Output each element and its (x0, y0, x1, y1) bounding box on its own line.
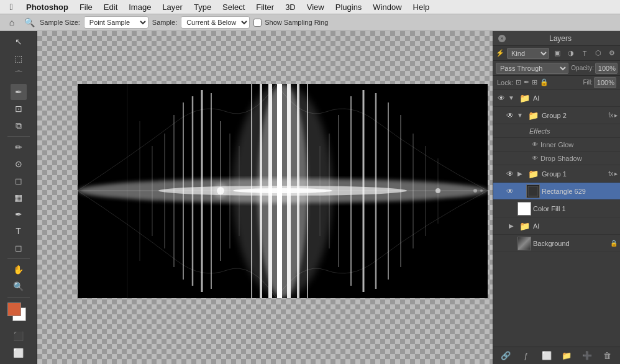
add-style-btn[interactable]: ƒ (520, 350, 532, 362)
layer-rect629[interactable]: 👁 ▶ Rectangle 629 (493, 183, 620, 200)
show-ring-checkbox[interactable] (253, 19, 262, 27)
visibility-toggle-rect629[interactable]: 👁 (504, 186, 516, 197)
opacity-group: Opacity: (571, 63, 618, 74)
menu-image[interactable]: Image (124, 1, 156, 13)
filter-type-btn[interactable]: T (579, 48, 590, 59)
gradient-tool[interactable]: ▦ (11, 189, 27, 206)
canvas-area[interactable] (37, 31, 493, 364)
type-tool[interactable]: T (11, 223, 27, 239)
foreground-color-swatch[interactable] (7, 303, 21, 316)
lock-paint-icon[interactable]: ✒ (524, 78, 529, 86)
sample-size-select[interactable]: Point Sample 3 by 3 Average 5 by 5 Avera… (84, 16, 148, 29)
new-layer-btn[interactable]: ➕ (581, 350, 593, 362)
expand-ai2[interactable]: ▶ (507, 222, 516, 230)
lasso-tool[interactable]: ⌒ (11, 67, 27, 83)
sample-select[interactable]: Current & Below All Layers Current Layer (181, 16, 250, 29)
menu-filter[interactable]: Filter (251, 1, 279, 13)
expand-group1[interactable]: ▶ (516, 170, 524, 178)
color-swatches[interactable] (7, 303, 30, 325)
menu-edit[interactable]: Edit (99, 1, 122, 13)
inner-glow-eye[interactable]: 👁 (532, 141, 538, 148)
hand-tool[interactable]: ✋ (11, 262, 27, 278)
layer-color-fill-1[interactable]: 👁 ▶ Color Fill 1 (493, 200, 620, 217)
lock-all-icon[interactable]: 🔒 (540, 78, 549, 86)
separator-2 (7, 258, 30, 259)
filter-label: ⚡ (496, 49, 504, 57)
sample-label: Sample: (152, 19, 177, 26)
sample-size-label: Sample Size: (40, 19, 80, 26)
filter-smart-btn[interactable]: ⚙ (606, 48, 618, 59)
menu-layer[interactable]: Layer (157, 1, 188, 13)
menu-photoshop[interactable]: Photoshop (21, 1, 73, 13)
delete-layer-btn[interactable]: 🗑 (601, 350, 614, 362)
layer-thumb-group2: 📁 (526, 109, 540, 122)
home-icon[interactable]: ⌂ (5, 16, 19, 29)
expand-ai[interactable]: ▼ (507, 94, 516, 102)
layer-ai-group[interactable]: 👁 ▼ 📁 AI (493, 89, 620, 107)
expand-group2[interactable]: ▼ (516, 111, 524, 120)
opacity-input[interactable] (595, 63, 618, 74)
layers-filter-row: ⚡ Kind ▣ ◑ T ⬡ ⚙ (493, 46, 620, 61)
eraser-tool[interactable]: ◻ (11, 173, 27, 189)
quick-mask-tool[interactable]: ⬛ (11, 328, 27, 344)
lock-artboard-icon[interactable]: ⊞ (532, 78, 537, 86)
show-ring-label[interactable]: Show Sampling Ring (253, 19, 328, 27)
menu-type[interactable]: Type (189, 1, 216, 13)
screen-mode-tool[interactable]: ⬜ (11, 345, 27, 361)
photoshop-canvas[interactable] (78, 84, 488, 298)
filter-kind-select[interactable]: Kind (507, 48, 549, 59)
transform-tool[interactable]: ⧉ (11, 117, 27, 134)
add-mask-btn[interactable]: ⬜ (540, 350, 553, 362)
new-group-btn[interactable]: 📁 (560, 350, 573, 362)
opacity-label: Opacity: (571, 65, 594, 71)
apple-menu[interactable]:  (5, 0, 17, 14)
menu-file[interactable]: File (75, 1, 98, 13)
layers-list[interactable]: 👁 ▼ 📁 AI 👁 ▼ 📁 Group 2 fx ▸ Effects 👁 (493, 89, 620, 347)
separator-1 (7, 136, 30, 137)
lock-position-icon[interactable]: ⊡ (516, 78, 521, 86)
fill-input[interactable] (594, 77, 616, 88)
pen-tool[interactable]: ✒ (11, 206, 27, 222)
brush-tool[interactable]: ✏ (11, 139, 27, 155)
eyedropper-icon[interactable]: 🔍 (22, 16, 36, 29)
blend-mode-select[interactable]: Pass Through Normal Multiply Screen (496, 63, 568, 74)
layer-ai-2[interactable]: 👁 ▶ 📁 AI (493, 217, 620, 235)
layer-background[interactable]: 👁 ▶ Background 🔒 (493, 235, 620, 252)
menu-window[interactable]: Window (368, 1, 406, 13)
layer-name-colorfill: Color Fill 1 (533, 205, 618, 212)
drop-shadow-eye[interactable]: 👁 (532, 155, 538, 162)
menu-select[interactable]: Select (217, 1, 250, 13)
visibility-toggle-group1[interactable]: 👁 (504, 168, 516, 180)
menu-help[interactable]: Help (408, 1, 435, 13)
layer-group2[interactable]: 👁 ▼ 📁 Group 2 fx ▸ (493, 107, 620, 124)
selection-tool[interactable]: ⬚ (11, 50, 27, 66)
layers-panel-title: Layers (549, 34, 572, 43)
zoom-tool[interactable]: 🔍 (11, 278, 27, 294)
move-tool[interactable]: ↖ (11, 34, 27, 50)
visibility-toggle-group2[interactable]: 👁 (504, 110, 516, 121)
layer-thumb-rect629 (526, 184, 540, 198)
menu-plugins[interactable]: Plugins (331, 1, 367, 13)
shape-tool[interactable]: ◻ (11, 240, 27, 256)
layer-thumb-ai: 📁 (517, 91, 531, 105)
layer-name-group2: Group 2 (542, 112, 607, 119)
layer-thumb-ai2: 📁 (517, 219, 531, 233)
eyedropper-tool[interactable]: ✒ (11, 84, 27, 100)
crop-tool[interactable]: ⊡ (11, 101, 27, 117)
layer-thumb-group1: 📁 (526, 167, 540, 181)
filter-adj-btn[interactable]: ◑ (565, 48, 577, 59)
menu-3d[interactable]: 3D (280, 1, 301, 13)
effect-drop-shadow[interactable]: 👁 Drop Shadow (493, 152, 620, 165)
sound-wave-svg (78, 84, 488, 298)
menu-view[interactable]: View (302, 1, 329, 13)
layers-panel-close[interactable]: × (498, 35, 506, 42)
effect-inner-glow[interactable]: 👁 Inner Glow (493, 138, 620, 152)
stamp-tool[interactable]: ⊙ (11, 156, 27, 172)
layer-group1[interactable]: 👁 ▶ 📁 Group 1 fx ▸ (493, 165, 620, 183)
layer-name-ai: AI (533, 94, 618, 102)
layer-name-rect629: Rectangle 629 (542, 188, 618, 195)
link-layers-btn[interactable]: 🔗 (499, 350, 512, 362)
visibility-toggle-ai[interactable]: 👁 (496, 93, 507, 104)
filter-pixel-btn[interactable]: ▣ (552, 48, 563, 59)
filter-shape-btn[interactable]: ⬡ (593, 48, 604, 59)
